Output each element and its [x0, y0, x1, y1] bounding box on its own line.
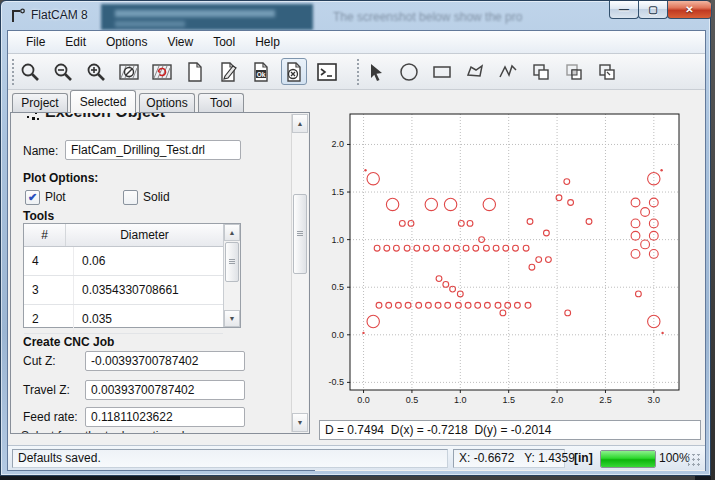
title-bar[interactable]: The screenshot below show the pro FlatCA…	[1, 1, 712, 30]
solid-checkbox[interactable]: ✔	[123, 190, 138, 205]
plot-checkbox[interactable]: ✔	[25, 190, 40, 205]
menu-tool[interactable]: Tool	[203, 32, 245, 52]
draw-rectangle-button[interactable]	[429, 58, 455, 85]
cnc-section-title: Create CNC Job	[23, 335, 114, 349]
name-input[interactable]	[65, 140, 241, 160]
table-row[interactable]: 4 0.06	[24, 247, 223, 276]
svg-text:1.5: 1.5	[502, 395, 515, 405]
draw-polygon-button[interactable]	[462, 58, 488, 85]
panel-scroll-down-arrow[interactable]: ▼	[292, 413, 308, 432]
panel-scroll-up-arrow[interactable]: ▲	[292, 114, 308, 133]
edit-file-icon	[217, 61, 239, 83]
polygon-intersection-button[interactable]	[561, 58, 587, 85]
zoom-out-icon	[52, 61, 74, 83]
plot-options-label: Plot Options:	[23, 171, 98, 185]
editor-button[interactable]	[215, 58, 241, 85]
svg-text:0.5: 0.5	[406, 395, 419, 405]
pointer-icon	[365, 61, 387, 83]
resize-grip[interactable]	[688, 454, 701, 467]
table-row[interactable]: 3 0.0354330708661	[24, 276, 223, 305]
clear-plot-icon	[118, 61, 140, 83]
menu-options[interactable]: Options	[96, 32, 157, 52]
zoom-in-button[interactable]	[83, 58, 109, 85]
menu-view[interactable]: View	[157, 32, 203, 52]
svg-text:2.5: 2.5	[599, 395, 612, 405]
feedrate-input[interactable]	[85, 407, 245, 427]
minimize-button[interactable]: —	[609, 1, 639, 19]
cutz-label: Cut Z:	[23, 354, 56, 368]
progress-percent-label: 100%	[659, 451, 690, 465]
flatcam-logo-icon	[9, 7, 27, 25]
plot-region: 0.00.51.01.52.02.53.0-0.50.00.51.01.52.0…	[315, 90, 705, 471]
menu-edit[interactable]: Edit	[55, 32, 96, 52]
scroll-down-arrow[interactable]: ▼	[224, 310, 240, 327]
table-scrollbar[interactable]: ▲ ▼	[223, 224, 240, 327]
menu-file[interactable]: File	[16, 32, 55, 52]
polygon-subtract-button[interactable]	[594, 58, 620, 85]
shell-button[interactable]	[314, 58, 340, 85]
svg-text:0.0: 0.0	[331, 330, 344, 340]
measurement-readout: D = 0.7494 D(x) = -0.7218 D(y) = -0.2014	[319, 420, 701, 440]
svg-text:1.5: 1.5	[331, 187, 344, 197]
panel-scrollbar-thumb[interactable]	[293, 194, 307, 274]
svg-text:0.0: 0.0	[357, 395, 370, 405]
tool-diameter: 0.06	[74, 247, 223, 275]
tool-diameter: 0.0354330708661	[74, 276, 223, 304]
intersection-icon	[563, 61, 585, 83]
menu-help[interactable]: Help	[245, 32, 290, 52]
svg-text:1.0: 1.0	[454, 395, 467, 405]
close-button[interactable]: ✕	[667, 1, 712, 19]
scrollbar-thumb[interactable]	[225, 242, 239, 282]
background-window-ghost	[101, 4, 313, 30]
feedrate-label: Feed rate:	[23, 410, 78, 424]
toolbar: Ok	[8, 54, 705, 90]
panel-title: Excellon Object	[45, 112, 165, 121]
plot-checkbox-label: Plot	[45, 190, 66, 204]
tab-options[interactable]: Options	[139, 93, 195, 112]
draw-circle-button[interactable]	[396, 58, 422, 85]
table-row[interactable]: 2 0.035	[24, 305, 223, 334]
pointer-select-button[interactable]	[363, 58, 389, 85]
union-icon	[530, 61, 552, 83]
toolbar-handle[interactable]	[11, 58, 15, 86]
scroll-up-arrow[interactable]: ▲	[224, 224, 240, 241]
tool-number: 3	[24, 276, 74, 304]
status-message: Defaults saved.	[12, 449, 448, 468]
background-window-edge	[711, 0, 715, 480]
cancel-edits-button[interactable]	[281, 58, 307, 85]
polygon-union-button[interactable]	[528, 58, 554, 85]
rectangle-tool-icon	[431, 61, 453, 83]
toolbar-handle-2[interactable]	[356, 58, 360, 86]
status-bar: Defaults saved. X: -0.6672 Y: 1.4359 [in…	[8, 445, 705, 470]
solid-checkbox-label: Solid	[143, 190, 170, 204]
maximize-button[interactable]: ▢	[638, 1, 668, 19]
background-window-ghost-text: The screenshot below show the pro	[333, 10, 522, 24]
svg-text:3.0: 3.0	[648, 395, 661, 405]
tool-number: 4	[24, 247, 74, 275]
new-blank-geometry-button[interactable]	[182, 58, 208, 85]
units-label: [in]	[574, 451, 593, 465]
tools-table-header: # Diameter	[24, 224, 223, 247]
ok-file-icon: Ok	[250, 61, 272, 83]
svg-text:2.0: 2.0	[551, 395, 564, 405]
clear-plot-button[interactable]	[116, 58, 142, 85]
replot-button[interactable]	[149, 58, 175, 85]
tab-selected[interactable]: Selected	[70, 90, 136, 113]
panel-scrollbar[interactable]: ▲ ▼	[291, 114, 308, 432]
tab-project[interactable]: Project	[12, 93, 68, 112]
tab-tool[interactable]: Tool	[198, 93, 244, 112]
zoom-fit-button[interactable]	[17, 58, 43, 85]
selected-tab-panel: Excellon Object Name: Plot Options: ✔ Pl…	[10, 112, 310, 434]
plot-canvas[interactable]: 0.00.51.01.52.02.53.0-0.50.00.51.01.52.0	[315, 90, 705, 416]
cutz-input[interactable]	[85, 351, 245, 371]
travelz-input[interactable]	[85, 380, 245, 400]
zoom-out-button[interactable]	[50, 58, 76, 85]
draw-path-button[interactable]	[495, 58, 521, 85]
save-edits-ok-button[interactable]: Ok	[248, 58, 274, 85]
col-header-number: #	[24, 224, 66, 246]
tool-diameter: 0.035	[74, 305, 223, 333]
svg-text:0.5: 0.5	[331, 282, 344, 292]
col-header-diameter: Diameter	[66, 224, 223, 246]
path-tool-icon	[497, 61, 519, 83]
client-area: File Edit Options View Tool Help	[7, 30, 706, 471]
